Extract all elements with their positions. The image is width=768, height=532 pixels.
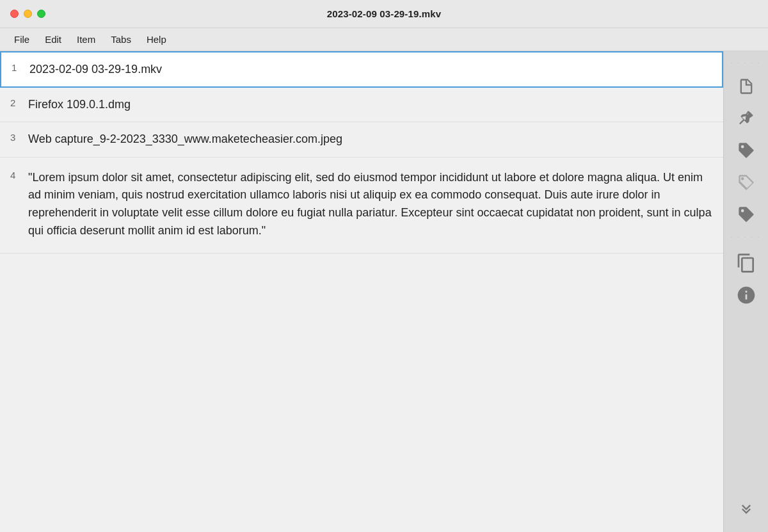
sidebar: · · · · · — [723, 51, 768, 532]
tag3-icon — [737, 206, 755, 223]
pin-button[interactable] — [732, 104, 760, 133]
item-number: 2 — [10, 97, 20, 108]
tag3-button[interactable] — [732, 200, 760, 229]
close-button[interactable] — [10, 10, 19, 18]
menu-bar: File Edit Item Tabs Help — [0, 28, 768, 51]
list-item[interactable]: 3 Web capture_9-2-2023_3330_www.maketech… — [0, 122, 723, 157]
item-text: "Lorem ipsum dolor sit amet, consectetur… — [28, 169, 713, 241]
traffic-lights — [10, 10, 45, 18]
chevron-down-icon — [737, 499, 755, 517]
menu-item[interactable]: Item — [70, 31, 102, 47]
tag1-icon — [737, 141, 755, 159]
document-button[interactable] — [732, 72, 760, 101]
menu-edit[interactable]: Edit — [38, 31, 68, 47]
menu-tabs[interactable]: Tabs — [104, 31, 138, 47]
menu-file[interactable]: File — [8, 31, 36, 47]
tag2-button[interactable] — [732, 168, 760, 197]
item-text: 2023-02-09 03-29-19.mkv — [29, 61, 712, 77]
item-number: 1 — [12, 61, 22, 73]
middle-dots-divider: · · · · · — [724, 230, 768, 245]
dots-decoration: · · · · · — [731, 60, 761, 67]
item-number: 3 — [10, 131, 20, 143]
list-item[interactable]: 4 "Lorem ipsum dolor sit amet, consectet… — [0, 157, 723, 254]
tag1-button[interactable] — [732, 136, 760, 165]
main-area: 1 2023-02-09 03-29-19.mkv 2 Firefox 109.… — [0, 51, 768, 532]
top-dots-divider: · · · · · — [724, 56, 768, 70]
content-area: 1 2023-02-09 03-29-19.mkv 2 Firefox 109.… — [0, 51, 723, 532]
more-button[interactable] — [732, 494, 760, 522]
menu-help[interactable]: Help — [140, 31, 173, 47]
info-icon — [736, 285, 756, 305]
title-bar: 2023-02-09 03-29-19.mkv — [0, 0, 768, 28]
copy-icon — [736, 253, 756, 273]
item-text: Web capture_9-2-2023_3330_www.maketechea… — [28, 131, 713, 147]
list-item[interactable]: 1 2023-02-09 03-29-19.mkv — [0, 51, 723, 88]
pin-icon — [737, 109, 755, 127]
document-icon — [737, 77, 755, 95]
info-button[interactable] — [732, 281, 760, 309]
minimize-button[interactable] — [24, 10, 32, 18]
item-text: Firefox 109.0.1.dmg — [28, 97, 713, 113]
dots-decoration-2: · · · · · — [731, 234, 761, 241]
window-title: 2023-02-09 03-29-19.mkv — [327, 8, 442, 19]
list-item[interactable]: 2 Firefox 109.0.1.dmg — [0, 88, 723, 122]
copy-button[interactable] — [732, 249, 760, 277]
maximize-button[interactable] — [37, 10, 45, 18]
item-number: 4 — [10, 169, 20, 181]
bottom-spacer — [0, 254, 723, 382]
tag2-icon — [737, 173, 755, 191]
